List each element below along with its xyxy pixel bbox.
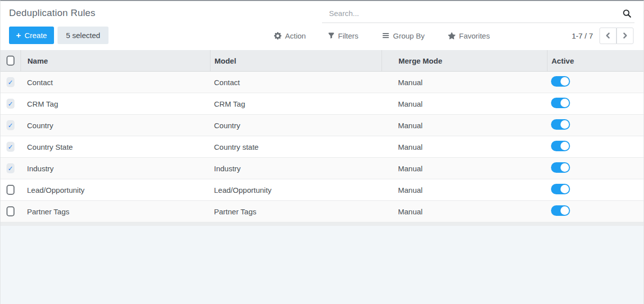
cell-model: Industry [210,164,382,173]
pager-prev-button[interactable] [600,28,616,44]
row-checkbox[interactable] [6,206,14,216]
table-row[interactable]: ✓ CRM Tag CRM Tag Manual [0,93,644,115]
cell-active [547,76,644,88]
row-checkbox-cell: ✓ [0,158,20,179]
content-background [0,226,644,304]
pager-range: 1-7 / 7 [572,32,593,40]
filter-icon [328,32,334,39]
favorites-menu-button[interactable]: Favorites [448,24,490,47]
group-by-menu-button[interactable]: Group By [382,24,424,47]
cell-model: Lead/Opportunity [210,186,382,194]
filters-menu-label: Filters [338,32,358,40]
cell-active [547,119,644,131]
select-all-checkbox[interactable] [6,56,14,66]
cell-active [547,98,644,110]
table-row[interactable]: Lead/Opportunity Lead/Opportunity Manual [0,179,644,201]
create-button[interactable]: + Create [9,27,54,44]
active-toggle[interactable] [551,184,570,194]
row-checkbox-cell: ✓ [0,136,20,157]
select-all-cell [0,50,20,71]
cell-merge-mode: Manual [382,164,547,173]
group-by-icon [382,32,390,39]
table-row[interactable]: ✓ Industry Industry Manual [0,158,644,179]
row-checkbox[interactable]: ✓ [6,77,14,87]
column-header-active[interactable]: Active [547,50,644,71]
row-checkbox[interactable]: ✓ [6,163,14,173]
plus-icon: + [16,31,21,40]
table-row[interactable]: ✓ Contact Contact Manual [0,72,644,93]
column-header-model[interactable]: Model [210,50,382,71]
cell-name: Country [20,121,210,130]
deduplication-rules-table: Name Model Merge Mode Active ✓ Contact C… [0,50,644,222]
control-bar: + Create 5 selected Action Filters Group… [0,24,644,47]
active-toggle[interactable] [551,98,570,108]
cell-name: Industry [20,164,210,173]
active-toggle[interactable] [551,162,570,173]
chevron-left-icon [605,32,611,39]
toggle-knob [560,142,569,150]
group-by-menu-label: Group By [393,32,424,40]
table-row[interactable]: Partner Tags Partner Tags Manual [0,201,644,222]
column-header-merge-mode[interactable]: Merge Mode [382,50,547,71]
toggle-knob [560,77,569,86]
table-body: ✓ Contact Contact Manual ✓ CRM Tag CRM T… [0,72,644,222]
cell-merge-mode: Manual [382,121,547,130]
cell-model: CRM Tag [210,100,382,108]
toggle-knob [560,206,569,215]
active-toggle[interactable] [551,76,570,87]
table-row[interactable]: ✓ Country Country Manual [0,115,644,136]
cell-merge-mode: Manual [382,78,547,87]
toggle-knob [560,163,569,172]
cell-name: Contact [20,78,210,87]
row-checkbox-cell: ✓ [0,115,20,136]
filters-menu-button[interactable]: Filters [328,24,358,47]
check-icon: ✓ [8,79,14,86]
toggle-knob [560,99,569,107]
row-checkbox-cell: ✓ [0,72,20,93]
cell-model: Partner Tags [210,207,382,216]
row-checkbox[interactable] [6,185,14,195]
search-input[interactable] [322,9,622,18]
check-icon: ✓ [8,101,14,107]
active-toggle[interactable] [551,141,570,151]
cell-merge-mode: Manual [382,100,547,108]
table-header-row: Name Model Merge Mode Active [0,50,644,72]
pager-next-button[interactable] [616,28,634,44]
gear-icon [274,32,282,40]
cell-name: Country State [20,143,210,151]
row-checkbox-cell [0,179,20,200]
action-menu-label: Action [285,32,306,40]
cell-model: Contact [210,78,382,87]
toggle-knob [560,185,569,193]
cell-name: Lead/Opportunity [20,186,210,194]
table-row[interactable]: ✓ Country State Country state Manual [0,136,644,158]
cell-active [547,205,644,217]
cell-merge-mode: Manual [382,186,547,194]
row-checkbox-cell [0,201,20,222]
search-button[interactable] [622,9,634,18]
action-menu-button[interactable]: Action [274,24,306,47]
toggle-knob [560,120,569,129]
check-icon: ✓ [8,144,14,150]
row-checkbox[interactable]: ✓ [6,120,14,130]
page-title: Deduplication Rules [9,8,96,19]
create-button-label: Create [24,31,47,40]
cell-name: CRM Tag [20,100,210,108]
cell-model: Country state [210,143,382,151]
pager: 1-7 / 7 [572,24,634,47]
row-checkbox[interactable]: ✓ [6,99,14,109]
active-toggle[interactable] [551,205,570,216]
row-checkbox-cell: ✓ [0,93,20,114]
search-bar[interactable] [322,4,634,23]
active-toggle[interactable] [551,119,570,130]
selected-count-badge: 5 selected [58,27,108,44]
cell-active [547,162,644,174]
chevron-right-icon [622,32,628,39]
check-icon: ✓ [8,122,14,129]
row-checkbox[interactable]: ✓ [6,142,14,152]
cell-name: Partner Tags [20,207,210,216]
top-bar: Deduplication Rules [0,1,644,24]
table-footer-strip [0,222,644,226]
column-header-name[interactable]: Name [20,50,210,71]
cell-model: Country [210,121,382,130]
